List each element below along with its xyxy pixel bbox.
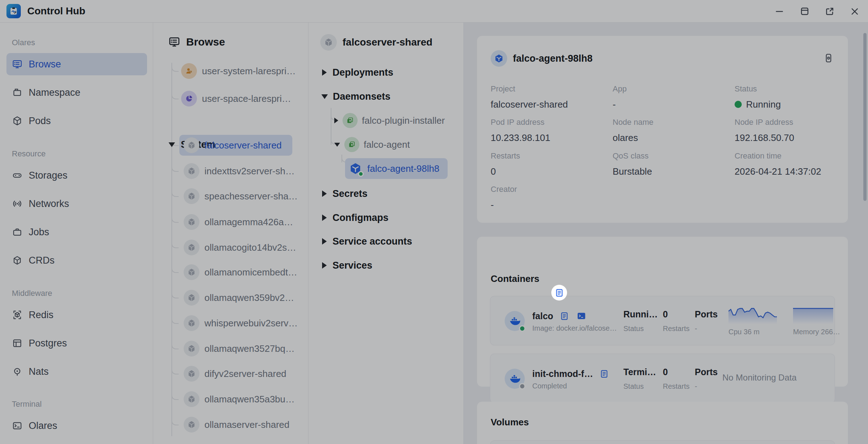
pod-icon — [349, 162, 362, 175]
sidebar-item-olares-terminal[interactable]: Olares — [6, 415, 147, 437]
tree-item-ollamaqwen359b[interactable]: ollamaqwen359bv2… — [184, 287, 294, 309]
tree-item-indexttsv2server[interactable]: indexttsv2server-sh… — [184, 160, 294, 182]
tree-item-whisperwebui[interactable]: whisperwebuiv2serv… — [184, 312, 298, 334]
storages-icon — [12, 170, 23, 181]
redis-icon — [12, 310, 23, 320]
caret-down-icon[interactable] — [321, 94, 328, 99]
daemonset-icon — [343, 113, 358, 128]
sidebar-item-label: Olares — [29, 420, 57, 431]
tree-item-ollamaserver[interactable]: ollamaserver-shared — [184, 414, 289, 436]
sidebar-item-label: Storages — [29, 170, 67, 181]
pod-console-icon[interactable] — [820, 49, 837, 67]
tree-item-user-space[interactable]: user-space-larespri… — [181, 88, 291, 110]
tree-group-services[interactable]: Services — [322, 254, 372, 277]
caret-right-icon[interactable] — [322, 238, 327, 245]
tree-item-user-system[interactable]: user-system-larespri… — [181, 60, 296, 82]
tree-item-speachesserver[interactable]: speachesserver-sha… — [184, 185, 298, 207]
sidebar-item-jobs[interactable]: Jobs — [6, 221, 147, 243]
caret-right-icon[interactable] — [322, 190, 327, 197]
tree-item-ollamaqwen35a3b[interactable]: ollamaqwen35a3bu… — [184, 388, 295, 410]
close-button[interactable] — [846, 3, 863, 20]
open-external-button[interactable] — [821, 3, 838, 20]
container-name: falco — [532, 311, 553, 321]
tree-elbow — [171, 165, 179, 172]
tree-item-falcoserver-shared[interactable]: falcoserver-shared — [184, 134, 282, 156]
daemonset-icon — [344, 137, 359, 152]
container-ports-col: Ports - — [695, 367, 718, 391]
titlebar: Control Hub — [0, 0, 868, 23]
browse-panel: Browse user-system-larespri… — [153, 23, 308, 444]
caret-right-icon[interactable] — [322, 262, 327, 269]
maximize-button[interactable] — [796, 3, 813, 20]
tree-elbow — [171, 317, 179, 324]
tree-group-daemonsets[interactable]: Daemonsets — [321, 85, 391, 108]
tree-elbow — [171, 419, 179, 425]
tree-group-label: Configmaps — [332, 212, 388, 223]
namespace-icon — [12, 87, 23, 98]
namespace-cube-icon — [184, 341, 199, 356]
tree-elbow — [171, 292, 179, 298]
tree-item-falco-agent[interactable]: falco-agent — [334, 133, 410, 156]
resource-panel-title: falcoserver-shared — [343, 37, 433, 48]
field-app: App - — [613, 84, 731, 110]
pods-icon — [12, 115, 23, 126]
minimize-button[interactable] — [771, 3, 788, 20]
field-qos-class: QoS class Burstable — [613, 151, 731, 177]
sidebar-item-browse[interactable]: Browse — [6, 53, 147, 75]
tree-item-ollamanomicembed[interactable]: ollamanomicembedt… — [184, 261, 297, 283]
tree-item-difyv2server[interactable]: difyv2server-shared — [184, 363, 286, 385]
tree-group-secrets[interactable]: Secrets — [322, 183, 368, 205]
caret-down-icon[interactable] — [334, 143, 340, 147]
pod-icon — [491, 50, 507, 67]
sidebar-item-label: Pods — [29, 115, 51, 127]
sidebar-item-label: CRDs — [29, 255, 55, 266]
sidebar-item-networks[interactable]: Networks — [6, 193, 147, 215]
sidebar-item-label: Networks — [29, 198, 69, 209]
container-image: Image: docker.io/falcose… — [532, 324, 617, 332]
volumes-title: Volumes — [491, 417, 529, 428]
sidebar-item-pods[interactable]: Pods — [6, 110, 147, 132]
field-node-ip: Node IP address 192.168.50.70 — [735, 117, 853, 143]
tree-item-label: ollamacogito14bv2s… — [204, 242, 296, 253]
sidebar-item-label: Browse — [29, 59, 61, 70]
sidebar-item-nats[interactable]: Nats — [6, 360, 147, 383]
sidebar-item-crds[interactable]: CRDs — [6, 249, 147, 271]
sidebar-item-postgres[interactable]: Postgres — [6, 332, 147, 354]
tree-item-ollamaqwen3527b[interactable]: ollamaqwen3527bq… — [184, 337, 295, 360]
tree-item-ollamacogito[interactable]: ollamacogito14bv2s… — [184, 236, 296, 259]
pod-detail-card: falco-agent-98lh8 Project falcoserver-sh… — [477, 36, 848, 223]
caret-right-icon[interactable] — [334, 118, 338, 123]
pod-title: falco-agent-98lh8 — [513, 53, 593, 64]
tree-group-configmaps[interactable]: Configmaps — [322, 207, 388, 229]
caret-right-icon[interactable] — [322, 214, 327, 221]
tree-item-falco-plugin-installer[interactable]: falco-plugin-installer — [334, 109, 445, 132]
sidebar-item-redis[interactable]: Redis — [6, 304, 147, 326]
container-restarts-col: 0 Restarts — [663, 367, 689, 391]
tree-group-label: Service accounts — [332, 236, 412, 247]
tree-item-ollamagemma[interactable]: ollamagemma426a… — [184, 211, 293, 233]
container-name: init-chmod-f… — [532, 369, 593, 379]
init-chmod-logs-icon[interactable] — [598, 368, 610, 380]
tree-group-service-accounts[interactable]: Service accounts — [322, 230, 412, 252]
cpu-sparkline: Cpu 36 m — [728, 306, 777, 336]
tree-item-falco-agent-98lh8[interactable]: falco-agent-98lh8 — [349, 157, 439, 180]
tree-group-deployments[interactable]: Deployments — [322, 61, 393, 84]
jobs-icon — [12, 227, 23, 237]
terminal-icon — [12, 420, 23, 431]
tree-elbow — [171, 216, 179, 223]
caret-right-icon[interactable] — [322, 69, 327, 76]
control-hub-window: Control Hub Olares Browse — [0, 0, 868, 444]
tree-guide-line — [171, 63, 172, 436]
tree-group-label: Daemonsets — [333, 91, 391, 102]
falco-logs-icon[interactable] — [558, 310, 570, 322]
sidebar-item-namespace[interactable]: Namespace — [6, 81, 147, 104]
namespace-cube-icon — [184, 240, 199, 255]
caret-down-icon[interactable] — [169, 142, 175, 147]
container-running-dot — [519, 325, 525, 332]
falco-terminal-icon[interactable] — [575, 310, 588, 322]
container-row-falco: falco Image: docker.io/falcose… Runni… S… — [490, 296, 835, 345]
vertical-scrollbar-thumb[interactable] — [863, 33, 867, 201]
falco-logs-icon-spotlit[interactable] — [555, 288, 564, 298]
sidebar-item-storages[interactable]: Storages — [6, 164, 147, 186]
memory-label: Memory 266… — [793, 328, 840, 336]
